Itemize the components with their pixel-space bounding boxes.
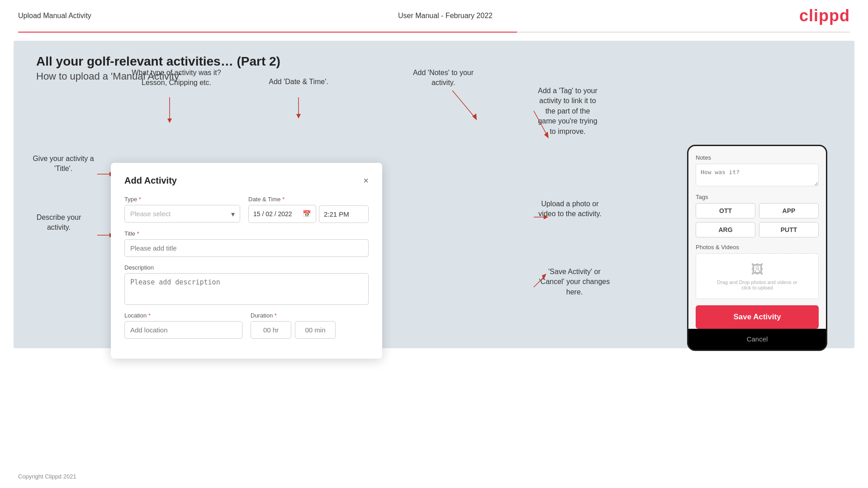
date-time-group: Date & Time * 15 / 02 / 2022 📅 <box>248 196 369 223</box>
svg-marker-17 <box>544 215 548 219</box>
phone-footer: Cancel <box>688 329 826 350</box>
cancel-button[interactable]: Cancel <box>747 335 768 343</box>
photos-section-label: Photos & Videos <box>696 244 819 251</box>
duration-min-input[interactable] <box>295 321 336 339</box>
tag-annotation: Add a 'Tag' to your activity to link it … <box>511 86 624 137</box>
svg-marker-19 <box>542 274 546 280</box>
page-subheading: How to upload a 'Manual Activity' <box>36 71 832 82</box>
copyright: Copyright Clippd 2021 <box>18 473 76 480</box>
svg-marker-1 <box>167 118 172 123</box>
notes-input[interactable] <box>696 164 819 186</box>
description-annotation: Describe your activity. <box>23 213 95 233</box>
tag-app[interactable]: APP <box>759 203 819 218</box>
dialog-title: Add Activity <box>124 175 177 186</box>
tag-putt[interactable]: PUTT <box>759 222 819 237</box>
title-input[interactable] <box>124 239 369 257</box>
svg-line-12 <box>452 90 475 118</box>
tags-grid: OTT APP ARG PUTT <box>696 203 819 237</box>
main-area: All your golf-relevant activities… (Part… <box>14 41 854 348</box>
location-group: Location * <box>124 312 242 339</box>
svg-marker-13 <box>472 114 477 120</box>
svg-line-18 <box>534 276 545 287</box>
title-label: Title * <box>124 230 369 237</box>
photo-icon: 🖼 <box>751 262 764 277</box>
description-textarea[interactable] <box>124 273 369 305</box>
type-select-wrapper[interactable]: Please select <box>124 205 240 223</box>
description-group: Description <box>124 264 369 305</box>
top-bar: Upload Manual Activity User Manual - Feb… <box>0 0 868 25</box>
duration-inputs <box>251 321 369 339</box>
dialog-header: Add Activity × <box>124 175 369 186</box>
photo-upload-box[interactable]: 🖼 Drag and Drop photos and videos or cli… <box>696 253 819 299</box>
calendar-icon: 📅 <box>303 210 311 218</box>
save-annotation: 'Save Activity' or 'Cancel' your changes… <box>516 267 633 297</box>
svg-line-14 <box>534 111 547 136</box>
location-label: Location * <box>124 312 242 319</box>
location-duration-row: Location * Duration * <box>124 312 369 339</box>
type-group: Type * Please select <box>124 196 240 223</box>
page-heading: All your golf-relevant activities… (Part… <box>36 54 832 69</box>
time-input[interactable] <box>319 205 369 223</box>
tag-ott[interactable]: OTT <box>696 203 755 218</box>
date-time-label: Date & Time * <box>248 196 369 203</box>
manual-title: User Manual - February 2022 <box>398 12 493 20</box>
duration-label: Duration * <box>251 312 369 319</box>
logo: clippd <box>799 6 850 25</box>
location-input[interactable] <box>124 321 242 339</box>
close-button[interactable]: × <box>363 175 369 186</box>
phone-inner: Notes Tags OTT APP ARG PUTT Photos & Vid… <box>688 146 826 329</box>
save-activity-button[interactable]: Save Activity <box>696 305 819 329</box>
title-group: Title * <box>124 230 369 257</box>
photo-annotation: Upload a photo or video to the activity. <box>511 199 629 219</box>
date-input[interactable]: 15 / 02 / 2022 📅 <box>248 205 316 223</box>
duration-group: Duration * <box>251 312 369 339</box>
photo-upload-text: Drag and Drop photos and videos or click… <box>717 280 797 290</box>
type-select[interactable]: Please select <box>124 205 240 223</box>
svg-marker-15 <box>544 132 549 138</box>
type-label: Type * <box>124 196 240 203</box>
phone-mockup: Notes Tags OTT APP ARG PUTT Photos & Vid… <box>687 145 827 351</box>
top-divider <box>18 32 850 33</box>
add-activity-dialog: Add Activity × Type * Please select <box>111 163 382 359</box>
duration-hr-input[interactable] <box>251 321 291 339</box>
svg-marker-3 <box>296 114 301 118</box>
tags-section-label: Tags <box>696 194 819 200</box>
page-title: Upload Manual Activity <box>18 12 91 20</box>
tag-arg[interactable]: ARG <box>696 222 755 237</box>
description-label: Description <box>124 264 369 271</box>
date-time-inputs: 15 / 02 / 2022 📅 <box>248 205 369 223</box>
notes-section-label: Notes <box>696 154 819 161</box>
type-date-row: Type * Please select Date & Time * 15 <box>124 196 369 223</box>
title-annotation: Give your activity a 'Title'. <box>23 154 104 174</box>
